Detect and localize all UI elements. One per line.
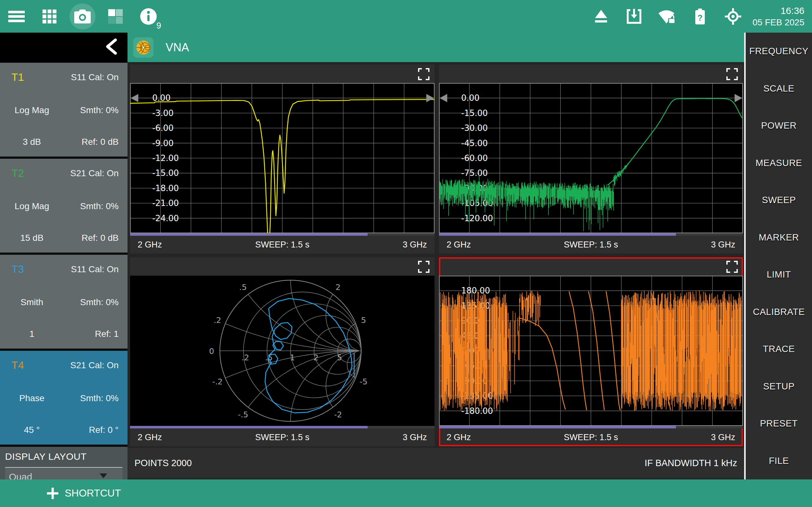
- menu-item-sweep[interactable]: SWEEP: [746, 181, 812, 219]
- menu-item-setup[interactable]: SETUP: [746, 368, 812, 405]
- eject-button[interactable]: [585, 0, 618, 33]
- menu-item-trace[interactable]: TRACE: [746, 331, 812, 368]
- menu-item-measure[interactable]: MEASURE: [746, 145, 812, 182]
- y-axis-tick: -60.00: [461, 153, 488, 163]
- y-axis-tick: -45.00: [461, 138, 488, 148]
- chart-footer: 2 GHzSWEEP: 1.5 s3 GHz: [439, 236, 743, 253]
- fullscreen-button[interactable]: [416, 261, 430, 273]
- plot-area[interactable]: 0.00-15.00-30.00-45.00-60.00-75.00-90.00…: [439, 83, 743, 233]
- x-start-label: 2 GHz: [138, 433, 162, 442]
- trace-sidebar: T1S11 Cal: OnLog MagSmth: 0%3 dBRef: 0 d…: [0, 33, 128, 480]
- trace-id: T3: [0, 263, 64, 275]
- plot-area[interactable]: 180.00135.0090.0045.000.00-45.00-90.00-1…: [439, 276, 743, 426]
- svg-text:1: 1: [290, 353, 295, 362]
- trace-scale: 1: [0, 329, 64, 339]
- trace-panel-t3[interactable]: T3S11 Cal: OnSmithSmth: 0%1Ref: 1: [0, 255, 128, 349]
- trace-panel-t1[interactable]: T1S11 Cal: OnLog MagSmth: 0%3 dBRef: 0 d…: [0, 63, 128, 157]
- chart-t1-svg: 0.00-3.00-6.00-9.00-12.00-15.00-18.00-21…: [130, 83, 435, 233]
- fullscreen-button[interactable]: [416, 68, 430, 80]
- svg-text:5: 5: [361, 316, 366, 325]
- trace-panel-t2[interactable]: T2S21 Cal: OnLog MagSmth: 0%15 dBRef: 0 …: [0, 159, 128, 252]
- sweep-progress-track: [130, 233, 435, 236]
- display-layout-dropdown[interactable]: Quad: [5, 467, 122, 480]
- save-download-icon: [626, 9, 642, 24]
- eject-icon: [594, 10, 608, 23]
- trace-scale: 3 dB: [0, 137, 64, 147]
- trace-scale: 45 °: [0, 425, 64, 435]
- sweep-progress-track: [439, 426, 743, 429]
- screenshot-button[interactable]: [66, 0, 99, 33]
- svg-text:1: 1: [288, 276, 293, 276]
- shortcut-bar: SHORTCUT: [0, 480, 812, 507]
- info-badge: 9: [156, 21, 161, 31]
- display-layout-button[interactable]: [99, 0, 132, 33]
- add-shortcut-button[interactable]: SHORTCUT: [44, 487, 123, 500]
- menu-item-calibrate[interactable]: CALIBRATE: [746, 293, 812, 331]
- sidebar-header: [0, 33, 128, 62]
- svg-text:5: 5: [337, 353, 342, 362]
- trace-format: Log Mag: [0, 201, 64, 211]
- svg-text:.2: .2: [241, 353, 249, 362]
- chart-panel-t3-smith[interactable]: .2-.2.5-.51-12-25-50.2.51252 GHzSWEEP: 1…: [130, 257, 435, 446]
- chart-panel-header: [439, 65, 743, 83]
- trace-reference: Ref: 0 °: [64, 425, 128, 435]
- y-axis-tick: -24.00: [152, 214, 179, 223]
- trace-smoothing: Smth: 0%: [64, 393, 128, 403]
- fullscreen-button[interactable]: [724, 261, 739, 273]
- info-button[interactable]: 9: [132, 0, 165, 33]
- sweep-progress-fill: [130, 426, 368, 429]
- y-axis-tick: -120.00: [461, 214, 493, 223]
- trace-panel-t4[interactable]: T4S21 Cal: OnPhaseSmth: 0%45 °Ref: 0 °: [0, 351, 128, 445]
- menu-item-preset[interactable]: PRESET: [746, 405, 812, 442]
- apps-grid-button[interactable]: [33, 0, 66, 33]
- svg-text:-2: -2: [334, 410, 342, 419]
- menu-item-power[interactable]: POWER: [746, 107, 812, 145]
- menu-item-file[interactable]: FILE: [746, 442, 812, 480]
- sweep-progress-fill: [439, 233, 676, 236]
- gps-button[interactable]: [716, 0, 750, 33]
- svg-text:?: ?: [698, 13, 703, 22]
- measurement-status-bar: POINTS 2000 IF BANDWIDTH 1 kHz: [128, 448, 744, 478]
- fullscreen-button[interactable]: [724, 68, 739, 80]
- y-axis-tick: -21.00: [152, 199, 179, 208]
- chart-footer: 2 GHzSWEEP: 1.5 s3 GHz: [130, 236, 435, 253]
- menu-item-limit[interactable]: LIMIT: [746, 256, 812, 293]
- menu-button[interactable]: [0, 0, 33, 33]
- wifi-button[interactable]: [651, 0, 683, 33]
- trace-smoothing: Smth: 0%: [64, 297, 128, 307]
- chart-t4-svg: 180.00135.0090.0045.000.00-45.00-90.00-1…: [439, 276, 743, 426]
- top-status-bar: 9: [0, 0, 812, 33]
- menu-item-marker[interactable]: MARKER: [746, 219, 812, 257]
- plot-area[interactable]: .2-.2.5-.51-12-25-50.2.5125: [130, 276, 435, 426]
- trace-measurement: S11 Cal: On: [64, 72, 128, 82]
- chart-panel-header: [130, 257, 435, 276]
- save-screen-button[interactable]: [618, 0, 651, 33]
- x-stop-label: 3 GHz: [711, 240, 735, 250]
- gps-location-icon: [725, 8, 741, 25]
- svg-text:0: 0: [209, 347, 214, 356]
- chart-panel-t2-logmag[interactable]: 0.00-15.00-30.00-45.00-60.00-75.00-90.00…: [439, 65, 743, 253]
- sweep-progress-track: [439, 233, 743, 236]
- chart-panel-header: [439, 257, 743, 276]
- y-axis-tick: -30.00: [461, 123, 488, 133]
- battery-unknown-icon: ?: [695, 9, 705, 24]
- trace-smoothing: Smth: 0%: [64, 201, 128, 211]
- x-stop-label: 3 GHz: [403, 433, 427, 442]
- camera-icon: [74, 9, 91, 23]
- battery-button[interactable]: ?: [683, 0, 716, 33]
- chevron-left-icon: [105, 38, 118, 55]
- svg-text:2: 2: [313, 353, 318, 362]
- plot-area[interactable]: 0.00-3.00-6.00-9.00-12.00-15.00-18.00-21…: [130, 83, 435, 233]
- menu-item-frequency[interactable]: FREQUENCY: [746, 33, 812, 70]
- x-start-label: 2 GHz: [138, 240, 162, 250]
- x-start-label: 2 GHz: [447, 240, 471, 250]
- sweep-time-label: SWEEP: 1.5 s: [255, 433, 309, 442]
- chart-t3-smith-svg: .2-.2.5-.51-12-25-50.2.5125: [130, 276, 435, 426]
- chart-panel-t4-phase-selected[interactable]: 180.00135.0090.0045.000.00-45.00-90.00-1…: [439, 257, 743, 446]
- chart-panel-t1-logmag[interactable]: 0.00-3.00-6.00-9.00-12.00-15.00-18.00-21…: [130, 65, 435, 253]
- ifbw-status: IF BANDWIDTH 1 kHz: [645, 458, 737, 468]
- trace-measurement: S11 Cal: On: [64, 264, 128, 274]
- trace-id: T4: [0, 359, 64, 372]
- sidebar-collapse-button[interactable]: [103, 37, 119, 56]
- menu-item-scale[interactable]: SCALE: [746, 70, 812, 107]
